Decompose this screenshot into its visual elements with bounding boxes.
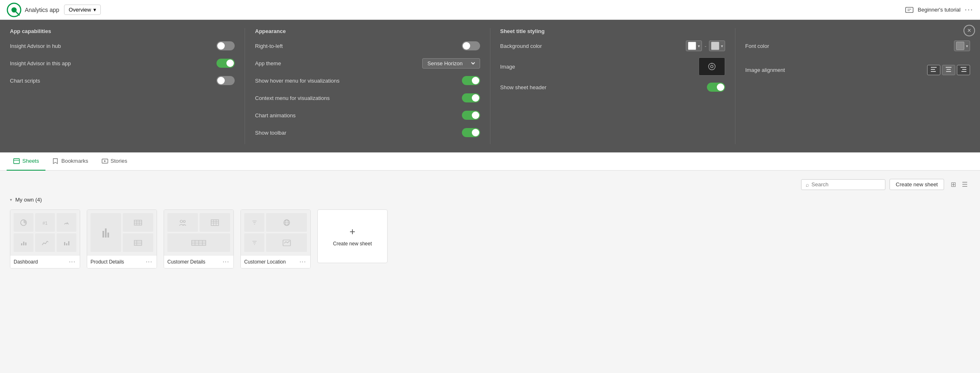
sheet-more-location[interactable]: ··· <box>299 258 307 266</box>
insight-advisor-hub-toggle[interactable] <box>216 41 235 50</box>
align-center-button[interactable] <box>942 65 955 75</box>
pie-chart-icon <box>20 219 27 226</box>
svg-point-6 <box>709 63 715 70</box>
insight-advisor-app-toggle[interactable] <box>216 59 235 68</box>
right-to-left-label: Right-to-left <box>255 43 461 49</box>
thumb-cell <box>244 213 264 232</box>
show-toolbar-toggle[interactable] <box>462 128 480 137</box>
sheet-card-product[interactable]: Product Details ··· <box>87 209 157 268</box>
tutorial-icon <box>905 7 913 13</box>
bg-color-picker-2[interactable]: ▾ <box>709 40 725 51</box>
wide-table-icon <box>191 240 206 246</box>
app-capabilities-title: App capabilities <box>10 28 235 34</box>
app-theme-row: App theme Sense Horizon Default Dark Bre… <box>255 57 480 69</box>
svg-rect-25 <box>21 243 22 245</box>
more-options-button[interactable]: ··· <box>965 5 973 14</box>
search-input[interactable] <box>811 181 881 188</box>
qlik-logo: Analytics app <box>7 2 59 17</box>
dropdown-arrow-icon: ▾ <box>93 7 96 13</box>
font-color-picker[interactable]: ▾ <box>954 40 970 51</box>
sheet-more-dashboard[interactable]: ··· <box>68 258 76 266</box>
svg-point-44 <box>183 220 186 222</box>
context-menu-row: Context menu for visualizations <box>255 92 480 104</box>
hover-menu-toggle[interactable] <box>462 76 480 85</box>
sheet-card-dashboard[interactable]: #1 <box>10 209 80 268</box>
image-label: Image <box>500 64 699 70</box>
svg-rect-12 <box>946 67 951 68</box>
sheet-thumbnail-product <box>87 210 157 255</box>
app-theme-label: App theme <box>255 60 422 67</box>
my-own-section-header[interactable]: ▾ My own (4) <box>10 197 970 203</box>
svg-marker-21 <box>104 160 106 162</box>
my-own-label: My own (4) <box>15 197 42 203</box>
overview-dropdown[interactable]: Overview ▾ <box>64 5 101 15</box>
svg-rect-28 <box>64 242 65 245</box>
sheet-title-styling-section: Sheet title styling Background color ▾ -… <box>490 28 725 144</box>
chart-animations-toggle[interactable] <box>462 111 480 120</box>
svg-rect-3 <box>906 7 913 12</box>
list-view-button[interactable]: ☰ <box>959 179 970 190</box>
bg-color-picker-1[interactable]: ▾ <box>686 40 702 51</box>
sheets-grid: #1 <box>10 209 970 268</box>
image-upload-button[interactable] <box>699 57 725 76</box>
thumb-cell <box>123 213 153 232</box>
sheet-more-product[interactable]: ··· <box>145 258 153 266</box>
section-chevron-icon: ▾ <box>10 197 12 202</box>
insight-advisor-hub-label: Insight Advisor in hub <box>10 43 216 49</box>
map-icon <box>282 239 291 247</box>
thumb-cell <box>244 233 264 252</box>
sheet-thumbnail-customer <box>164 210 233 255</box>
tab-stories[interactable]: Stories <box>95 152 134 171</box>
align-left-button[interactable] <box>927 65 940 75</box>
tab-bookmarks[interactable]: Bookmarks <box>45 152 95 171</box>
sheet-card-customer[interactable]: Customer Details ··· <box>164 209 234 268</box>
sheet-thumbnail-dashboard: #1 <box>10 210 80 255</box>
create-new-sheet-button[interactable]: Create new sheet <box>890 179 944 190</box>
svg-rect-32 <box>105 228 107 238</box>
right-to-left-row: Right-to-left <box>255 40 480 52</box>
sheet-name-dashboard: Dashboard <box>14 259 68 265</box>
tutorial-label: Beginner's tutorial <box>918 7 961 13</box>
grid-view-button[interactable]: ⊞ <box>948 179 959 190</box>
thumb-cell <box>266 213 307 232</box>
bg-color-box-2 <box>711 42 719 50</box>
context-menu-toggle[interactable] <box>462 93 480 102</box>
app-title: Analytics app <box>25 7 59 13</box>
thumb-cell <box>266 233 307 252</box>
bg-color-arrow-2[interactable]: ▾ <box>721 44 723 48</box>
chart-scripts-toggle[interactable] <box>216 76 235 85</box>
right-to-left-toggle[interactable] <box>462 41 480 50</box>
background-color-row: Background color ▾ - ▾ <box>500 40 725 52</box>
qlik-logo-icon <box>7 2 21 17</box>
svg-rect-9 <box>931 67 937 68</box>
thumb-cell <box>167 233 230 252</box>
bg-color-arrow-1[interactable]: ▾ <box>698 44 700 48</box>
app-theme-select[interactable]: Sense Horizon Default Dark Breeze <box>426 60 476 67</box>
svg-text:#1: #1 <box>43 221 48 226</box>
thumb-cell <box>123 233 153 252</box>
chart-scripts-row: Chart scripts <box>10 75 235 86</box>
create-new-sheet-card[interactable]: + Create new sheet <box>317 209 388 263</box>
svg-rect-26 <box>23 242 24 245</box>
appearance-title: Appearance <box>255 28 480 34</box>
font-color-arrow[interactable]: ▾ <box>966 44 968 48</box>
sheet-more-customer[interactable]: ··· <box>222 258 230 266</box>
align-right-button[interactable] <box>957 65 970 75</box>
app-theme-dropdown[interactable]: Sense Horizon Default Dark Breeze <box>422 58 480 69</box>
thumb-cell <box>14 233 33 252</box>
tabs-bar: Sheets Bookmarks Stories <box>0 152 980 171</box>
tab-sheets[interactable]: Sheets <box>7 152 45 171</box>
svg-point-43 <box>180 220 183 223</box>
image-icon <box>707 62 717 71</box>
thumb-cell <box>200 213 230 232</box>
show-sheet-header-toggle[interactable] <box>707 83 725 92</box>
thumb-cell <box>90 213 121 252</box>
svg-rect-14 <box>946 71 951 72</box>
svg-rect-13 <box>947 69 951 70</box>
bar-chart-2-icon <box>63 240 70 246</box>
sheet-card-location[interactable]: Customer Location ··· <box>240 209 311 268</box>
search-box: ⌕ <box>801 179 885 190</box>
show-sheet-header-row: Show sheet header <box>500 81 725 93</box>
number-icon: #1 <box>42 220 48 226</box>
svg-rect-33 <box>107 233 109 238</box>
